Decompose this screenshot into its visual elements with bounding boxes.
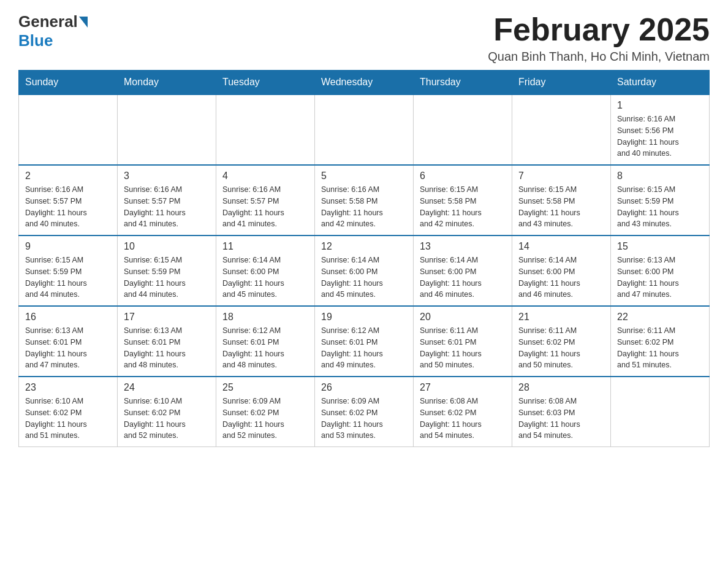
calendar-cell: 14Sunrise: 6:14 AMSunset: 6:00 PMDayligh… (512, 236, 611, 306)
day-info: Sunrise: 6:16 AMSunset: 5:57 PMDaylight:… (222, 184, 308, 230)
logo-blue-text: Blue (18, 31, 53, 50)
day-number: 27 (420, 382, 506, 393)
calendar-cell: 28Sunrise: 6:08 AMSunset: 6:03 PMDayligh… (512, 377, 611, 447)
calendar-cell (611, 377, 710, 447)
calendar-cell: 24Sunrise: 6:10 AMSunset: 6:02 PMDayligh… (118, 377, 216, 447)
day-number: 4 (222, 170, 308, 182)
day-info: Sunrise: 6:12 AMSunset: 6:01 PMDaylight:… (222, 325, 308, 371)
day-number: 19 (321, 312, 407, 323)
page-title: February 2025 (488, 12, 710, 47)
calendar-cell: 19Sunrise: 6:12 AMSunset: 6:01 PMDayligh… (315, 306, 414, 377)
day-number: 15 (617, 241, 703, 252)
calendar-day-header: Tuesday (216, 71, 315, 95)
day-number: 20 (420, 312, 506, 323)
day-number: 6 (420, 170, 506, 182)
calendar-header-row: SundayMondayTuesdayWednesdayThursdayFrid… (19, 71, 710, 95)
logo-arrow-icon (79, 17, 88, 28)
calendar-cell (19, 94, 118, 165)
calendar-cell: 8Sunrise: 6:15 AMSunset: 5:59 PMDaylight… (611, 165, 710, 236)
title-section: February 2025 Quan Binh Thanh, Ho Chi Mi… (488, 12, 710, 64)
calendar-cell: 11Sunrise: 6:14 AMSunset: 6:00 PMDayligh… (216, 236, 315, 306)
calendar-cell: 12Sunrise: 6:14 AMSunset: 6:00 PMDayligh… (315, 236, 414, 306)
day-info: Sunrise: 6:09 AMSunset: 6:02 PMDaylight:… (222, 396, 308, 442)
day-info: Sunrise: 6:16 AMSunset: 5:56 PMDaylight:… (617, 113, 703, 159)
day-info: Sunrise: 6:16 AMSunset: 5:57 PMDaylight:… (124, 184, 210, 230)
calendar-cell (118, 94, 216, 165)
calendar-cell: 17Sunrise: 6:13 AMSunset: 6:01 PMDayligh… (118, 306, 216, 377)
day-number: 22 (617, 312, 703, 323)
day-info: Sunrise: 6:08 AMSunset: 6:02 PMDaylight:… (420, 396, 506, 442)
calendar-week-row: 1Sunrise: 6:16 AMSunset: 5:56 PMDaylight… (19, 94, 710, 165)
day-info: Sunrise: 6:13 AMSunset: 6:01 PMDaylight:… (25, 325, 111, 371)
calendar-cell: 23Sunrise: 6:10 AMSunset: 6:02 PMDayligh… (19, 377, 118, 447)
calendar-day-header: Wednesday (315, 71, 414, 95)
calendar-cell: 20Sunrise: 6:11 AMSunset: 6:01 PMDayligh… (414, 306, 512, 377)
day-info: Sunrise: 6:12 AMSunset: 6:01 PMDaylight:… (321, 325, 407, 371)
calendar-cell: 10Sunrise: 6:15 AMSunset: 5:59 PMDayligh… (118, 236, 216, 306)
page-subtitle: Quan Binh Thanh, Ho Chi Minh, Vietnam (488, 50, 710, 64)
calendar-cell: 5Sunrise: 6:16 AMSunset: 5:58 PMDaylight… (315, 165, 414, 236)
calendar-cell: 15Sunrise: 6:13 AMSunset: 6:00 PMDayligh… (611, 236, 710, 306)
day-number: 1 (617, 100, 703, 111)
day-info: Sunrise: 6:09 AMSunset: 6:02 PMDaylight:… (321, 396, 407, 442)
day-number: 5 (321, 170, 407, 182)
calendar-cell: 6Sunrise: 6:15 AMSunset: 5:58 PMDaylight… (414, 165, 512, 236)
calendar-cell: 22Sunrise: 6:11 AMSunset: 6:02 PMDayligh… (611, 306, 710, 377)
day-info: Sunrise: 6:11 AMSunset: 6:01 PMDaylight:… (420, 325, 506, 371)
day-number: 2 (25, 170, 111, 182)
calendar-day-header: Sunday (19, 71, 118, 95)
calendar-cell: 1Sunrise: 6:16 AMSunset: 5:56 PMDaylight… (611, 94, 710, 165)
calendar-cell: 4Sunrise: 6:16 AMSunset: 5:57 PMDaylight… (216, 165, 315, 236)
calendar-cell (315, 94, 414, 165)
calendar-cell: 21Sunrise: 6:11 AMSunset: 6:02 PMDayligh… (512, 306, 611, 377)
day-info: Sunrise: 6:14 AMSunset: 6:00 PMDaylight:… (321, 255, 407, 301)
day-info: Sunrise: 6:15 AMSunset: 5:59 PMDaylight:… (124, 255, 210, 301)
day-number: 12 (321, 241, 407, 252)
day-number: 9 (25, 241, 111, 252)
day-number: 3 (124, 170, 210, 182)
calendar-week-row: 9Sunrise: 6:15 AMSunset: 5:59 PMDaylight… (19, 236, 710, 306)
calendar-day-header: Monday (118, 71, 216, 95)
day-number: 8 (617, 170, 703, 182)
day-info: Sunrise: 6:11 AMSunset: 6:02 PMDaylight:… (617, 325, 703, 371)
calendar-day-header: Saturday (611, 71, 710, 95)
day-info: Sunrise: 6:16 AMSunset: 5:57 PMDaylight:… (25, 184, 111, 230)
calendar-cell: 13Sunrise: 6:14 AMSunset: 6:00 PMDayligh… (414, 236, 512, 306)
day-number: 7 (518, 170, 604, 182)
calendar-cell: 18Sunrise: 6:12 AMSunset: 6:01 PMDayligh… (216, 306, 315, 377)
day-info: Sunrise: 6:15 AMSunset: 5:59 PMDaylight:… (25, 255, 111, 301)
calendar-day-header: Thursday (414, 71, 512, 95)
day-info: Sunrise: 6:10 AMSunset: 6:02 PMDaylight:… (25, 396, 111, 442)
page-header: General Blue February 2025 Quan Binh Tha… (18, 12, 710, 64)
day-number: 28 (518, 382, 604, 393)
day-info: Sunrise: 6:14 AMSunset: 6:00 PMDaylight:… (222, 255, 308, 301)
day-number: 23 (25, 382, 111, 393)
day-info: Sunrise: 6:16 AMSunset: 5:58 PMDaylight:… (321, 184, 407, 230)
day-number: 16 (25, 312, 111, 323)
calendar-cell: 9Sunrise: 6:15 AMSunset: 5:59 PMDaylight… (19, 236, 118, 306)
day-info: Sunrise: 6:13 AMSunset: 6:01 PMDaylight:… (124, 325, 210, 371)
calendar-cell: 7Sunrise: 6:15 AMSunset: 5:58 PMDaylight… (512, 165, 611, 236)
calendar-week-row: 16Sunrise: 6:13 AMSunset: 6:01 PMDayligh… (19, 306, 710, 377)
calendar-cell (414, 94, 512, 165)
day-number: 10 (124, 241, 210, 252)
day-number: 25 (222, 382, 308, 393)
day-number: 26 (321, 382, 407, 393)
calendar-cell: 2Sunrise: 6:16 AMSunset: 5:57 PMDaylight… (19, 165, 118, 236)
calendar-cell: 25Sunrise: 6:09 AMSunset: 6:02 PMDayligh… (216, 377, 315, 447)
day-info: Sunrise: 6:15 AMSunset: 5:59 PMDaylight:… (617, 184, 703, 230)
day-info: Sunrise: 6:14 AMSunset: 6:00 PMDaylight:… (420, 255, 506, 301)
day-number: 13 (420, 241, 506, 252)
calendar-cell: 27Sunrise: 6:08 AMSunset: 6:02 PMDayligh… (414, 377, 512, 447)
day-number: 24 (124, 382, 210, 393)
day-number: 17 (124, 312, 210, 323)
calendar-cell: 26Sunrise: 6:09 AMSunset: 6:02 PMDayligh… (315, 377, 414, 447)
logo-general-text: General (18, 12, 78, 31)
day-info: Sunrise: 6:14 AMSunset: 6:00 PMDaylight:… (518, 255, 604, 301)
calendar-cell: 3Sunrise: 6:16 AMSunset: 5:57 PMDaylight… (118, 165, 216, 236)
day-info: Sunrise: 6:10 AMSunset: 6:02 PMDaylight:… (124, 396, 210, 442)
day-info: Sunrise: 6:15 AMSunset: 5:58 PMDaylight:… (518, 184, 604, 230)
calendar-cell (216, 94, 315, 165)
day-number: 11 (222, 241, 308, 252)
day-number: 21 (518, 312, 604, 323)
